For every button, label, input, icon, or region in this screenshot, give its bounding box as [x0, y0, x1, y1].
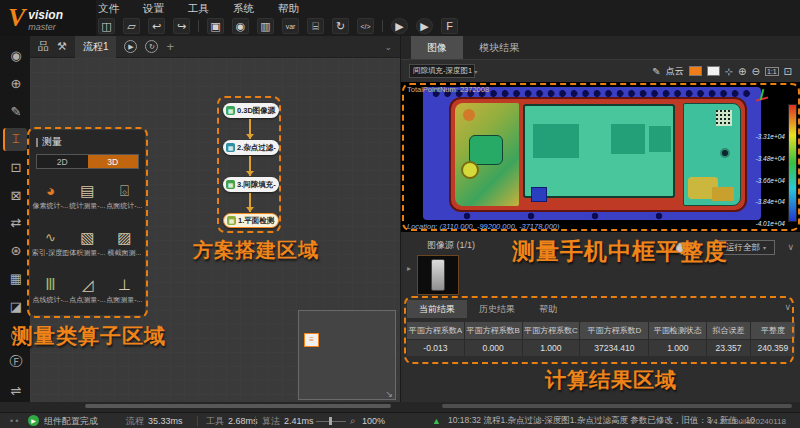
point-plane-measure-icon: ⊥ — [118, 277, 131, 293]
tool-stats-measure[interactable]: ▤ 统计测量-... — [69, 173, 106, 220]
results-horizontal-scrollbar[interactable] — [442, 404, 792, 408]
pan-icon[interactable]: ⊹ — [725, 66, 733, 77]
results-header-row: 平面方程系数A 平面方程系数B 平面方程系数C 平面方程系数D 平面检测状态 拟… — [407, 322, 795, 339]
annotation-measure-title: 测量手机中框平整度 — [512, 236, 728, 267]
one-to-one-icon[interactable]: 1:1 — [765, 67, 779, 76]
reset-icon[interactable]: ↻ — [332, 18, 349, 34]
code-icon[interactable]: </> — [357, 18, 374, 34]
tab-current-results[interactable]: 当前结果 — [407, 300, 467, 318]
add-flow-button[interactable]: + — [166, 39, 174, 54]
canvas-horizontal-scrollbar[interactable] — [85, 404, 391, 408]
tool-point-plane-measure[interactable]: ⊥ 点面测量-... — [106, 267, 143, 314]
logic-icon[interactable]: ⇄ — [3, 211, 27, 235]
flow-node-noise-filter[interactable]: ▦ 2.杂点过滤-... — [223, 140, 279, 155]
menubar: 文件 设置 工具 系统 帮助 — [98, 2, 299, 16]
pointcloud-color-orange-swatch[interactable] — [689, 66, 702, 76]
recognition-icon[interactable]: ⊡ — [3, 155, 27, 179]
total-point-num: TotalPointNum: 2372008 — [407, 85, 489, 94]
flowbar-chevron-down-icon[interactable]: ⌄ — [384, 42, 392, 52]
flow-connector-arrow — [249, 156, 251, 176]
tab-image[interactable]: 图像 — [411, 36, 463, 59]
select-caret-icon: ▾ — [474, 68, 477, 75]
tab-flow1[interactable]: 流程1 — [75, 36, 117, 58]
flow-minimap[interactable]: ≡ ↘ — [298, 310, 396, 400]
format-module-icon[interactable]: F — [441, 18, 458, 34]
zoom-slider[interactable] — [316, 421, 346, 422]
menu-tools[interactable]: 工具 — [188, 2, 209, 16]
tool-pixel-stats[interactable]: ◕ 像素统计-... — [32, 173, 69, 220]
tool-point-point-measure[interactable]: ◿ 点点测量-... — [69, 267, 106, 314]
tab-help[interactable]: 帮助 — [527, 300, 569, 318]
tool-index-depth-map[interactable]: ∿ 索引-深度图 — [32, 220, 69, 267]
run-continuous-icon[interactable]: ▶ — [416, 18, 433, 34]
flow-time-value: 35.33ms — [148, 416, 183, 426]
measurement-tool-panel: 测量 2D 3D ◕ 像素统计-... ▤ 统计测量-... ⌺ 点面统计-..… — [29, 129, 146, 316]
titlebar: V vision master 文件 设置 工具 系统 帮助 ◫ ▱ ↩ ↪ ▣… — [0, 0, 800, 36]
defect-detect-icon[interactable]: ◪ — [3, 295, 27, 319]
image-source-select-value: 间隙填充-深度图1 — [413, 66, 472, 76]
minimap-resize-icon[interactable]: ↘ — [385, 389, 393, 399]
flow-list-icon[interactable]: 品 — [38, 39, 49, 54]
communication-icon[interactable]: ▦ — [3, 267, 27, 291]
col-fit-error: 拟合误差 — [707, 322, 751, 339]
fit-view-icon[interactable]: ⊡ — [784, 66, 792, 77]
data-exchange-icon[interactable]: ⇌ — [3, 378, 27, 402]
deep-learning-icon[interactable]: ⊛ — [3, 239, 27, 263]
point-line-stats-icon: Ⅲ — [45, 277, 55, 293]
tool-volume-measure[interactable]: ▧ 体积测量-... — [69, 220, 106, 267]
variable-icon[interactable]: var — [282, 18, 299, 34]
flow-connector-arrow — [249, 193, 251, 212]
run-once-icon[interactable]: ▶ — [391, 18, 408, 34]
node-label: 2.杂点过滤-... — [237, 143, 276, 153]
tool-grid: ◕ 像素统计-... ▤ 统计测量-... ⌺ 点面统计-... ∿ 索引-深度… — [30, 169, 145, 318]
menu-file[interactable]: 文件 — [98, 2, 119, 16]
undo-icon[interactable]: ↩ — [148, 18, 165, 34]
save-icon[interactable]: ◫ — [98, 18, 115, 34]
measurement-icon[interactable]: ⌶ — [3, 128, 27, 152]
scale-label: -3.84e+04 — [739, 198, 785, 205]
results-table: 平面方程系数A 平面方程系数B 平面方程系数C 平面方程系数D 平面检测状态 拟… — [407, 322, 795, 356]
flow-node-plane-detect[interactable]: ▦ 1.平面检测-... — [223, 213, 279, 228]
camera-icon[interactable]: ◉ — [232, 18, 249, 34]
zoom-out-icon[interactable]: ⊖ — [751, 66, 759, 77]
tab-history-results[interactable]: 历史结果 — [467, 300, 527, 318]
flow-run-icon[interactable]: ▶ — [124, 40, 137, 53]
menu-help[interactable]: 帮助 — [278, 2, 299, 16]
value-fit-error: 23.357 — [707, 339, 751, 356]
redo-icon[interactable]: ↪ — [173, 18, 190, 34]
zoom-in-icon[interactable]: ⊕ — [738, 66, 746, 77]
strip-expander-icon[interactable]: ▸ — [407, 264, 411, 273]
source-collapse-chevron-icon[interactable]: ∨ — [787, 242, 794, 252]
pointcloud-color-white-swatch[interactable] — [707, 66, 720, 76]
results-collapse-chevron-icon[interactable]: ∨ — [784, 302, 791, 312]
open-icon[interactable]: ▱ — [123, 18, 140, 34]
flow-node-image-source[interactable]: ▦ 0.3D图像源1 — [223, 103, 279, 118]
results-value-row[interactable]: -0.013 0.000 1.000 37234.410 1.000 23.35… — [407, 339, 795, 356]
edit-pencil-icon[interactable]: ✎ — [652, 66, 660, 77]
tab-3d[interactable]: 3D — [88, 155, 139, 168]
image-source-select[interactable]: 间隙填充-深度图1 ▾ — [409, 64, 475, 78]
calibration-icon[interactable]: ⊠ — [3, 183, 27, 207]
menu-settings[interactable]: 设置 — [143, 2, 164, 16]
tab-2d[interactable]: 2D — [37, 155, 88, 168]
wrench-icon[interactable]: ⚒ — [57, 40, 67, 53]
tool-cross-section[interactable]: ▨ 横截面测... — [106, 220, 143, 267]
flow-node-gap-fill[interactable]: ▦ 3.间隙填充-... — [223, 177, 279, 192]
tool-point-line-stats[interactable]: Ⅲ 点线统计-... — [32, 267, 69, 314]
depth-image-viewport[interactable]: TotalPointNum: 2372008 — [401, 82, 800, 232]
location-icon[interactable]: ⊕ — [3, 72, 27, 96]
flow-run-loop-icon[interactable]: ↻ — [145, 40, 158, 53]
script-icon[interactable]: ⌸ — [307, 18, 324, 34]
menu-system[interactable]: 系统 — [233, 2, 254, 16]
image-processing-icon[interactable]: ✎ — [3, 100, 27, 124]
tab-module-results[interactable]: 模块结果 — [463, 36, 535, 59]
tool-point-plane-stats[interactable]: ⌺ 点面统计-... — [106, 173, 143, 220]
image-thumbnail[interactable] — [417, 255, 459, 295]
font-module-icon[interactable]: Ⓕ — [3, 350, 27, 374]
zoom-slider-knob[interactable] — [329, 417, 332, 425]
io-monitor-icon[interactable]: ▥ — [257, 18, 274, 34]
flow-time-label: 流程 — [126, 415, 144, 428]
new-window-icon[interactable]: ▣ — [207, 18, 224, 34]
3d-axes-indicator — [755, 89, 771, 103]
acquisition-icon[interactable]: ◉ — [3, 44, 27, 68]
